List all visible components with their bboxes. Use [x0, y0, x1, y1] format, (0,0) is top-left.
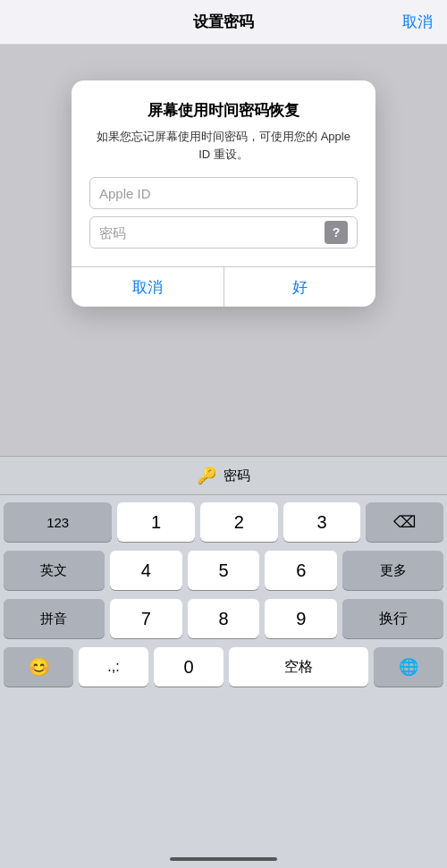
key-emoji[interactable]: 😊: [4, 647, 73, 687]
key-6[interactable]: 6: [265, 551, 337, 590]
overlay-area: 屏幕使用时间密码恢复 如果您忘记屏幕使用时间密码，可使用您的 Apple ID …: [0, 45, 447, 456]
dialog-cancel-button[interactable]: 取消: [72, 267, 224, 307]
key-9[interactable]: 9: [265, 599, 337, 638]
page-title: 设置密码: [193, 12, 254, 32]
dialog-title: 屏幕使用时间密码恢复: [89, 100, 358, 121]
emoji-icon: 😊: [28, 656, 50, 678]
key-english[interactable]: 英文: [4, 551, 105, 590]
key-123[interactable]: 123: [4, 502, 112, 542]
apple-id-input[interactable]: [89, 177, 358, 209]
key-2[interactable]: 2: [200, 502, 278, 542]
bottom-bar: [0, 850, 447, 868]
key-row-1: 123 1 2 3 ⌫: [4, 502, 443, 542]
delete-icon: ⌫: [393, 512, 416, 532]
key-icon: 🔑: [197, 466, 216, 485]
key-globe[interactable]: 🌐: [374, 647, 443, 687]
key-7[interactable]: 7: [110, 599, 182, 638]
dialog-card: 屏幕使用时间密码恢复 如果您忘记屏幕使用时间密码，可使用您的 Apple ID …: [72, 80, 375, 307]
key-row-3: 拼音 7 8 9 换行: [4, 599, 443, 638]
keyboard-header: 🔑 密码: [0, 456, 447, 495]
key-row-4: 😊 .,: 0 空格 🌐: [4, 647, 443, 687]
dialog-actions: 取消 好: [72, 266, 375, 307]
key-5[interactable]: 5: [188, 551, 260, 590]
globe-icon: 🌐: [399, 657, 418, 677]
key-8[interactable]: 8: [188, 599, 260, 638]
navigation-bar: 设置密码 取消: [0, 0, 447, 45]
dialog-description: 如果您忘记屏幕使用时间密码，可使用您的 Apple ID 重设。: [89, 128, 358, 163]
dialog-body: 屏幕使用时间密码恢复 如果您忘记屏幕使用时间密码，可使用您的 Apple ID …: [72, 80, 375, 266]
key-3[interactable]: 3: [283, 502, 361, 542]
key-delete[interactable]: ⌫: [366, 502, 443, 542]
key-1[interactable]: 1: [117, 502, 195, 542]
nav-cancel-button[interactable]: 取消: [402, 12, 433, 32]
dialog-ok-button[interactable]: 好: [224, 267, 376, 307]
home-indicator: [170, 857, 277, 861]
question-icon: ?: [333, 225, 341, 240]
keyboard-header-label: 密码: [224, 468, 250, 485]
question-button[interactable]: ?: [325, 221, 348, 244]
key-0[interactable]: 0: [154, 647, 224, 687]
key-pinyin[interactable]: 拼音: [4, 599, 105, 638]
key-space[interactable]: 空格: [229, 647, 368, 687]
keyboard-rows: 123 1 2 3 ⌫ 英文 4 5: [0, 495, 447, 850]
password-input[interactable]: [99, 225, 325, 240]
password-row: ?: [89, 216, 358, 249]
key-row-2: 英文 4 5 6 更多: [4, 551, 443, 590]
key-more[interactable]: 更多: [342, 551, 443, 590]
key-return[interactable]: 换行: [342, 599, 443, 638]
key-4[interactable]: 4: [110, 551, 182, 590]
keyboard: 🔑 密码 123 1 2 3 ⌫ 英文: [0, 456, 447, 868]
key-dot[interactable]: .,:: [79, 647, 148, 687]
